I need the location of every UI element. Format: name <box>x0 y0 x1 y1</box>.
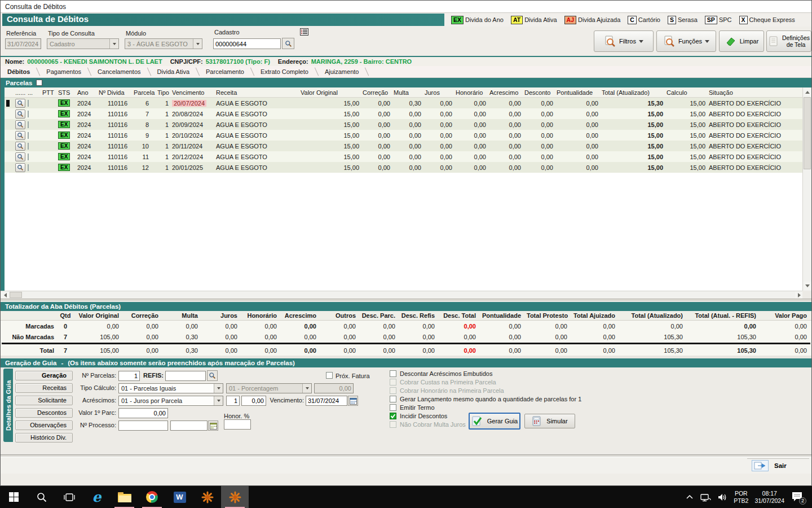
checkbox-gerar-lan-amento-mesmo-quando-a-quantidade-de-parcelas-for-1[interactable] <box>390 396 396 402</box>
table-cell: 0,00 <box>454 164 488 171</box>
row-checkbox[interactable] <box>28 154 29 160</box>
row-checkbox[interactable] <box>28 121 29 128</box>
checkbox-row: Cobrar Custas na Primeira Parcela <box>390 378 581 386</box>
scroll-down-button[interactable] <box>804 282 811 290</box>
detalhes-guia-side-tab[interactable]: Detalhes da Guia <box>3 369 13 442</box>
taskbar-item-search[interactable] <box>28 486 55 508</box>
scroll-right-button[interactable] <box>795 291 803 299</box>
horizontal-scroll-thumb[interactable] <box>10 292 22 298</box>
horizontal-scrollbar[interactable] <box>1 291 804 299</box>
tab-ajuizamento[interactable]: Ajuizamento <box>319 67 365 77</box>
scroll-up-button[interactable] <box>804 88 811 97</box>
refis-search-button[interactable] <box>207 370 218 381</box>
row-checkbox[interactable] <box>28 100 29 107</box>
row-checkbox[interactable] <box>28 164 29 171</box>
valor-primeira-parcela-input[interactable] <box>118 408 168 418</box>
notification-center-icon[interactable]: 2 <box>791 491 805 503</box>
parcelas-checkbox[interactable] <box>36 80 42 86</box>
cadastro-input[interactable] <box>213 38 281 49</box>
simular-button[interactable]: Simular <box>524 414 575 428</box>
tab-parcelamento[interactable]: Parcelamento <box>200 67 250 77</box>
table-row[interactable]: EX20241101169120/10/2024AGUA E ESGOTO15,… <box>5 130 803 141</box>
row-checkbox[interactable] <box>28 143 29 150</box>
scroll-left-button[interactable] <box>1 291 9 299</box>
row-detail-button[interactable] <box>15 163 25 172</box>
column-header: Situação <box>707 89 803 96</box>
column-header: Correção <box>361 89 392 96</box>
nav-button-solicitante[interactable]: Solicitante <box>15 396 73 405</box>
processo-calendar-button[interactable] <box>208 421 218 431</box>
tab-pagamentos[interactable]: Pagamentos <box>41 67 87 77</box>
gerar-guia-button[interactable]: Gerar Guia <box>469 413 520 430</box>
definicoes-tela-button[interactable]: Definições de Tela <box>766 30 811 52</box>
row-detail-button[interactable] <box>15 120 25 129</box>
taskbar-item-task-view[interactable] <box>55 486 83 508</box>
taskbar-item-file-explorer[interactable] <box>111 486 138 508</box>
processo-input[interactable] <box>118 421 168 431</box>
nav-button-receitas[interactable]: Receitas <box>15 383 73 393</box>
nav-button-observa-es[interactable]: Observações <box>15 421 73 430</box>
volume-icon[interactable] <box>717 493 727 502</box>
table-row[interactable]: EX20241101168120/09/2024AGUA E ESGOTO15,… <box>5 119 803 130</box>
table-cell: 0,00 <box>454 111 488 117</box>
sair-button[interactable]: Sair <box>747 458 809 472</box>
row-detail-button[interactable] <box>15 131 25 140</box>
language-indicator[interactable]: POR PTB2 <box>734 490 748 504</box>
taskbar-item-app-orange-1[interactable] <box>193 486 221 508</box>
app-orange-icon <box>229 491 241 503</box>
table-row[interactable]: EX20241101166120/07/2024AGUA E ESGOTO15,… <box>5 98 803 108</box>
limpar-button[interactable]: Limpar <box>719 30 764 52</box>
filtros-button[interactable]: Filtros <box>594 30 654 52</box>
num-parcelas-input[interactable] <box>118 371 140 381</box>
tab-divida-ativa[interactable]: Divida Ativa <box>152 67 195 77</box>
checkbox-descontar-acr-scimos-embutidos[interactable] <box>390 370 396 377</box>
chevron-down-icon <box>214 384 223 393</box>
nav-button-gera-o[interactable]: Geração <box>15 371 73 380</box>
vertical-scrollbar[interactable] <box>802 87 811 291</box>
tipo-calculo-select[interactable]: 01 - Parcelas Iguais <box>118 383 223 393</box>
processo-secundario-input[interactable] <box>170 421 208 431</box>
vencimento-input[interactable] <box>306 396 347 406</box>
acrescimos-select[interactable]: 01 - Juros por Parcela <box>118 396 223 406</box>
table-row[interactable]: EX202411011612120/01/2025AGUA E ESGOTO15… <box>5 162 803 173</box>
column-header: Tipo <box>156 89 170 96</box>
taskbar-item-word[interactable]: W <box>166 486 193 508</box>
funcoes-button[interactable]: Funções <box>656 30 716 52</box>
acrescimos-label: Acréscimos: <box>68 397 116 404</box>
chevron-up-icon[interactable] <box>686 494 694 500</box>
table-row[interactable]: EX20241101167120/08/2024AGUA E ESGOTO15,… <box>5 108 803 119</box>
checkbox-emitir-termo[interactable] <box>390 404 396 411</box>
prox-fatura-checkbox[interactable] <box>326 372 333 379</box>
row-detail-button[interactable] <box>15 99 25 108</box>
nav-button-hist-rico-div[interactable]: Histórico Div. <box>15 433 73 443</box>
taskbar-item-chrome[interactable] <box>138 486 166 508</box>
acrescimos-valor-input[interactable] <box>241 396 266 406</box>
tab-d-bitos[interactable]: Débitos <box>2 67 36 77</box>
clock[interactable]: 08:17 31/07/2024 <box>754 490 784 504</box>
row-detail-button[interactable] <box>15 110 25 119</box>
taskbar-item-app-orange-2[interactable] <box>221 486 249 508</box>
tab-extrato-completo[interactable]: Extrato Completo <box>255 67 314 77</box>
row-detail-button[interactable] <box>15 152 25 161</box>
vencimento-calendar-button[interactable] <box>348 396 358 406</box>
acrescimos-qtd-input[interactable] <box>226 396 240 406</box>
taskbar-item-internet-explorer[interactable]: e <box>83 486 111 508</box>
table-row[interactable]: EX202411011610120/11/2024AGUA E ESGOTO15… <box>5 141 803 151</box>
row-checkbox[interactable] <box>28 111 29 117</box>
checkbox-incidir-descontos[interactable] <box>390 413 396 419</box>
honor-input[interactable] <box>224 419 251 430</box>
nav-button-descontos[interactable]: Descontos <box>15 408 73 418</box>
checkbox-label: Gerar Lançamento mesmo quando a quantida… <box>400 396 581 402</box>
tab-cancelamentos[interactable]: Cancelamentos <box>92 67 146 77</box>
num-parcelas-label: Nº Parcelas: <box>68 372 116 379</box>
taskbar-item-start[interactable] <box>0 486 28 508</box>
row-checkbox[interactable] <box>28 132 29 139</box>
network-icon[interactable] <box>700 493 711 502</box>
row-detail-button[interactable] <box>15 142 25 151</box>
table-row[interactable]: EX202411011611120/12/2024AGUA E ESGOTO15… <box>5 151 803 162</box>
refis-input[interactable] <box>165 371 206 381</box>
list-icon[interactable] <box>300 28 308 36</box>
vertical-scroll-thumb[interactable] <box>804 97 811 169</box>
totalizador-header-cell: Total (Atual. - REFIS) <box>686 312 759 319</box>
cadastro-search-button[interactable] <box>282 38 294 49</box>
